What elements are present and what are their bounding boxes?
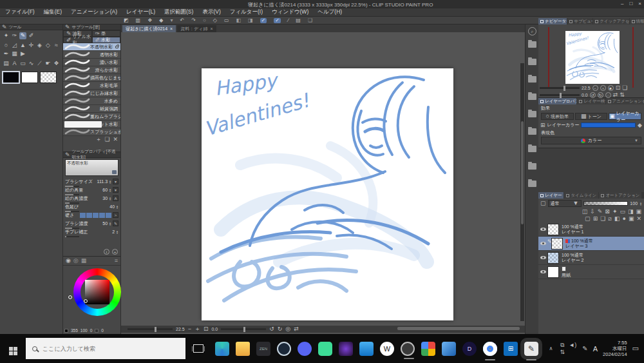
layer-row[interactable]: 100 %通常レイヤー 1 — [538, 222, 644, 237]
select-area-icon[interactable]: ◧ — [236, 18, 241, 23]
fit-to-screen-icon[interactable]: ⊡ — [204, 326, 209, 332]
visibility-eye-icon[interactable] — [540, 270, 546, 273]
vertical-scrollbar[interactable] — [520, 63, 524, 321]
layer-thumbnail[interactable] — [547, 266, 559, 278]
navigator-rotation-slider[interactable] — [540, 94, 580, 96]
eraser-icon[interactable]: ◆ — [159, 18, 163, 23]
brush-row[interactable]: 紙質強調 — [63, 105, 120, 113]
minimize-button[interactable]: – — [621, 1, 623, 6]
line-tool-icon[interactable]: ⟋ — [36, 60, 43, 67]
tone-button[interactable]: ▩トーン — [575, 113, 608, 120]
new-folder-icon[interactable]: ⊞ — [593, 216, 598, 222]
panel-menu-icon[interactable]: ≡ — [115, 258, 118, 264]
decoration-tool-icon[interactable]: ❖ — [53, 60, 60, 67]
tray-chevron-icon[interactable]: ∧ — [549, 346, 553, 351]
ruler-layer-icon[interactable]: ◨ — [628, 209, 634, 215]
paint-density-value[interactable]: 30 — [95, 196, 108, 201]
sub-color-swatch[interactable] — [21, 72, 38, 83]
colorful-app-icon[interactable] — [421, 342, 435, 356]
hardness-blocks[interactable] — [80, 213, 111, 218]
nav-zoom-in-icon[interactable]: ＋ — [600, 85, 606, 91]
border-effect-button[interactable]: ○境界効果 — [541, 113, 574, 120]
tab-layer-property[interactable]: レイヤープロパティ — [538, 98, 576, 104]
settings-icon[interactable]: ○ — [203, 18, 206, 23]
ime-mode-indicator[interactable]: A — [593, 345, 598, 353]
nav-rotate-cw-icon[interactable]: ↻ — [598, 92, 603, 98]
search-input[interactable] — [43, 346, 158, 352]
brush-tool-icon[interactable]: ✎ — [19, 32, 26, 39]
mask-icon[interactable]: ▭ — [620, 209, 625, 215]
nav-fullscreen-icon[interactable]: ❏ — [622, 85, 627, 91]
stepper-icon[interactable]: ▲▼ — [109, 197, 111, 201]
rotate-cw-icon[interactable]: ↻ — [278, 326, 283, 332]
hand-tool-icon[interactable]: ☛ — [44, 60, 52, 67]
quick-access-icon[interactable]: ⌕ — [528, 27, 536, 35]
network-icon[interactable]: ⇅ — [558, 349, 567, 355]
set-as-reference-icon[interactable]: ▣ — [636, 209, 641, 215]
close-tab-icon[interactable]: × — [170, 26, 173, 31]
document-tab[interactable]: 資料：ディ姉× — [177, 25, 216, 32]
layer-thumbnail[interactable] — [551, 238, 563, 250]
visibility-eye-icon[interactable] — [540, 228, 546, 231]
dark-app-icon[interactable]: ZEN — [256, 342, 270, 356]
edge-icon[interactable] — [215, 342, 229, 356]
color-slider-tab-icon[interactable]: ◎ — [73, 258, 79, 264]
layer-row[interactable]: 用紙 — [538, 265, 644, 279]
purple-swirl-app-icon[interactable] — [339, 342, 353, 356]
material-folder-icon[interactable] — [528, 59, 536, 65]
expression-color-dropdown[interactable]: カラー ▼ — [541, 137, 641, 144]
brush-density-value[interactable]: 50 — [95, 221, 108, 226]
main-color-swatch[interactable] — [3, 72, 19, 83]
hue-marker[interactable] — [68, 295, 72, 299]
task-view-icon[interactable] — [193, 344, 204, 353]
nav-fit-icon[interactable]: ⊡ — [616, 85, 621, 91]
move-tool-icon[interactable]: ✛ — [28, 42, 35, 49]
brush-row[interactable]: ウェット水彩 — [63, 121, 120, 128]
brush-size-value[interactable]: 111.3 — [95, 179, 108, 184]
airbrush-tool-icon[interactable]: ✐ — [28, 32, 35, 39]
material-folder-icon[interactable] — [528, 163, 536, 170]
layer-thumbnail[interactable] — [547, 224, 559, 235]
clip-to-layer-icon[interactable]: ◫ — [582, 209, 588, 215]
add-subtool-icon[interactable]: ＋ — [95, 137, 101, 142]
stepper-icon[interactable]: ▲▼ — [109, 188, 111, 192]
zoom-slider[interactable] — [128, 328, 173, 330]
menu-animation[interactable]: アニメーション(A) — [71, 8, 117, 16]
draft-layer-icon[interactable]: ✎ — [598, 209, 603, 215]
snap-ruler-icon[interactable]: ✓ — [260, 18, 267, 23]
menu-view[interactable]: 表示(V) — [202, 8, 220, 16]
stepper-icon[interactable]: ▲▼ — [109, 222, 111, 226]
paint-density-options-button[interactable]: A — [113, 195, 118, 201]
apply-mask-icon[interactable]: ▣ — [629, 216, 634, 222]
stepper-icon[interactable]: ▲▼ — [109, 180, 111, 184]
balloon-tool-icon[interactable]: ▭ — [19, 60, 26, 67]
material-folder-icon[interactable] — [528, 41, 536, 48]
mask-create-icon[interactable]: ● — [623, 216, 626, 222]
stabilization-value[interactable]: 2 — [102, 230, 115, 234]
notification-center-icon[interactable]: ▭ — [632, 345, 639, 352]
d-circle-app-icon[interactable]: D — [462, 342, 477, 356]
brush-row[interactable]: 不透明水彩 — [63, 43, 120, 51]
tab-auto-action[interactable]: オートアクション — [599, 192, 641, 199]
paint-amount-value[interactable]: 60 — [95, 188, 108, 192]
menu-selection[interactable]: 選択範囲(S) — [164, 8, 193, 16]
new-layer-icon[interactable]: ▢ — [585, 216, 591, 222]
hardness-more-button[interactable]: > — [113, 212, 118, 218]
navigator-thumbnail[interactable] — [565, 31, 620, 84]
microsoft-store-icon[interactable]: ⊞ — [504, 342, 518, 356]
brush-size-options-button[interactable]: ▾ — [113, 179, 118, 184]
tab-navigator[interactable]: ナビゲーター — [538, 18, 567, 25]
color-wheel-tab-icon[interactable]: ◉ — [66, 258, 71, 264]
transfer-layer-icon[interactable]: ❏ — [600, 216, 605, 222]
delete-subtool-icon[interactable]: ✕ — [113, 137, 118, 142]
blend-tool-icon[interactable]: ≈ — [53, 42, 60, 49]
nav-reset-icon[interactable]: ◌ — [605, 92, 611, 98]
deselect-icon[interactable]: ◨ — [248, 18, 253, 23]
file-explorer-icon[interactable] — [236, 342, 250, 356]
object-select-tool-icon[interactable]: ▶ — [19, 50, 26, 57]
material-folder-icon[interactable] — [528, 111, 536, 117]
visibility-eye-icon[interactable] — [540, 256, 546, 259]
chrome-icon[interactable] — [483, 342, 497, 356]
menu-window[interactable]: ウィンドウ(W) — [272, 8, 308, 16]
transparent-color-swatch[interactable] — [40, 72, 57, 83]
